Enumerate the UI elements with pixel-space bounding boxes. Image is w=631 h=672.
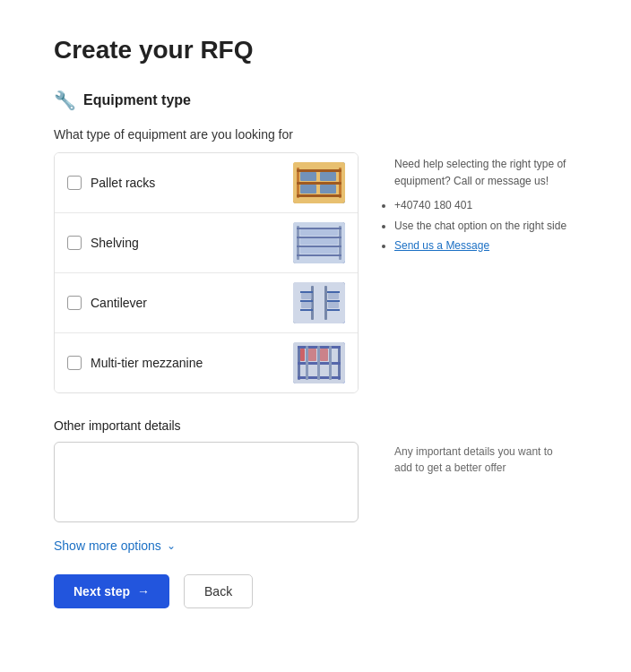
svg-rect-14: [297, 237, 341, 238]
svg-rect-42: [300, 349, 305, 361]
equipment-main-row: Pallet racks: [54, 152, 577, 393]
mezzanine-label: Multi-tier mezzanine: [91, 356, 203, 370]
svg-rect-26: [327, 300, 340, 302]
other-details-label: Other important details: [54, 418, 577, 433]
shelving-checkbox[interactable]: [67, 236, 82, 250]
help-list: +40740 180 401 Use the chat option on th…: [394, 197, 577, 254]
send-message-link[interactable]: Send us a Message: [394, 239, 489, 252]
action-row: Next step → Back: [54, 574, 577, 608]
pallet-racks-label: Pallet racks: [91, 176, 155, 190]
mezzanine-checkbox[interactable]: [67, 356, 82, 370]
equipment-list: Pallet racks: [54, 152, 359, 393]
svg-rect-29: [301, 293, 312, 299]
svg-rect-15: [297, 246, 341, 247]
section-header: 🔧 Equipment type: [54, 90, 577, 111]
back-button[interactable]: Back: [184, 574, 253, 608]
details-hint: Any important details you want to add to…: [394, 442, 556, 476]
help-phone: +40740 180 401: [394, 197, 577, 214]
cantilever-label: Cantilever: [91, 296, 147, 310]
svg-rect-4: [297, 182, 341, 185]
page-title: Create your RFQ: [54, 36, 577, 65]
svg-rect-39: [306, 346, 308, 380]
list-item[interactable]: Shelving: [55, 213, 358, 273]
svg-rect-7: [320, 172, 336, 181]
svg-rect-31: [328, 293, 339, 299]
svg-rect-6: [300, 172, 316, 181]
other-details-textarea[interactable]: [54, 442, 359, 522]
pallet-racks-image: [293, 162, 345, 203]
next-step-button[interactable]: Next step →: [54, 574, 169, 608]
svg-rect-43: [308, 349, 316, 361]
list-item[interactable]: Pallet racks: [55, 153, 358, 213]
svg-rect-3: [297, 169, 341, 172]
other-details-section: Other important details Any important de…: [54, 418, 577, 522]
next-step-label: Next step: [73, 584, 130, 599]
svg-rect-30: [301, 302, 312, 308]
svg-rect-44: [320, 349, 328, 361]
cantilever-image: [293, 282, 345, 323]
svg-rect-18: [300, 238, 338, 245]
mezzanine-image: [293, 342, 345, 383]
question-label: What type of equipment are you looking f…: [54, 127, 577, 142]
chevron-down-icon: ⌄: [167, 539, 176, 552]
svg-rect-28: [327, 309, 340, 311]
svg-rect-23: [300, 291, 313, 293]
svg-rect-24: [327, 291, 340, 293]
svg-rect-9: [320, 185, 336, 194]
svg-rect-17: [300, 229, 338, 236]
help-chat: Use the chat option on the right side: [394, 218, 577, 235]
svg-rect-40: [317, 346, 320, 380]
list-item[interactable]: Cantilever: [55, 273, 358, 333]
svg-rect-25: [300, 300, 313, 302]
svg-rect-19: [300, 247, 338, 254]
svg-rect-41: [329, 346, 332, 380]
svg-rect-27: [300, 309, 313, 311]
show-more-row: Show more options ⌄: [54, 538, 577, 553]
equipment-icon: 🔧: [54, 90, 76, 111]
show-more-button[interactable]: Show more options ⌄: [54, 538, 176, 553]
help-link-item: Send us a Message: [394, 237, 577, 254]
pallet-racks-checkbox[interactable]: [67, 176, 82, 190]
shelving-label: Shelving: [91, 236, 139, 250]
cantilever-checkbox[interactable]: [67, 296, 82, 310]
details-row: Any important details you want to add to…: [54, 442, 577, 522]
svg-rect-22: [324, 286, 327, 320]
shelving-image: [293, 222, 345, 263]
section-header-label: Equipment type: [83, 92, 191, 108]
arrow-right-icon: →: [137, 584, 150, 599]
svg-rect-8: [300, 185, 316, 194]
show-more-label: Show more options: [54, 538, 161, 553]
svg-rect-32: [328, 302, 339, 308]
svg-rect-16: [297, 254, 341, 256]
svg-rect-13: [297, 228, 341, 229]
help-intro: Need help selecting the right type of eq…: [394, 156, 577, 190]
list-item[interactable]: Multi-tier mezzanine: [55, 333, 358, 392]
equipment-left-column: Pallet racks: [54, 152, 359, 393]
svg-rect-5: [297, 194, 341, 197]
help-column: Need help selecting the right type of eq…: [394, 152, 577, 257]
